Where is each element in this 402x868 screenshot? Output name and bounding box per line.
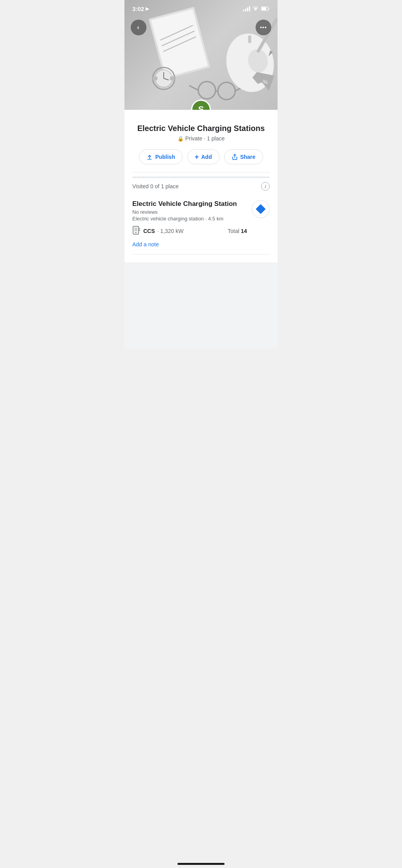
progress-track xyxy=(132,177,270,178)
place-row: Electric Vehicle Charging Station No rev… xyxy=(132,200,270,237)
battery-icon xyxy=(261,6,270,11)
charger-info: CCS · 1,320 kW xyxy=(132,226,183,237)
place-reviews: No reviews xyxy=(132,209,247,215)
publish-label: Publish xyxy=(155,154,175,160)
action-buttons: Publish + Add Share xyxy=(132,149,270,164)
status-bar: 3:02 ▶ xyxy=(124,0,278,17)
visited-row: Visited 0 of 1 place i xyxy=(132,182,270,191)
ev-charger-icon xyxy=(132,226,141,237)
list-title: Electric Vehicle Charging Stations xyxy=(132,124,270,133)
progress-section: Visited 0 of 1 place i xyxy=(132,172,270,191)
svg-rect-29 xyxy=(134,227,137,231)
place-info: Electric Vehicle Charging Station No rev… xyxy=(132,200,247,237)
publish-icon xyxy=(146,154,153,160)
lock-icon: 🔒 xyxy=(177,136,184,142)
map-button[interactable] xyxy=(252,200,270,218)
status-time: 3:02 ▶ xyxy=(132,5,149,12)
back-button[interactable]: ‹ xyxy=(131,20,146,35)
status-icons xyxy=(243,6,270,11)
svg-rect-24 xyxy=(261,7,266,10)
map-diamond-icon xyxy=(256,204,265,214)
avatar: S xyxy=(191,100,211,110)
publish-button[interactable]: Publish xyxy=(139,149,183,164)
total-count: 14 xyxy=(241,228,247,234)
svg-rect-10 xyxy=(170,76,175,80)
add-button[interactable]: + Add xyxy=(187,149,219,164)
wifi-icon xyxy=(252,6,259,11)
privacy-label: Private xyxy=(185,135,203,142)
place-name: Electric Vehicle Charging Station xyxy=(132,200,247,208)
svg-text:%: % xyxy=(263,78,268,85)
place-details: CCS · 1,320 kW Total 14 xyxy=(132,226,247,237)
share-icon xyxy=(232,154,238,160)
add-icon: + xyxy=(195,153,199,160)
place-type: Electric vehicle charging station · 4.5 … xyxy=(132,216,247,222)
total-section: Total 14 xyxy=(228,228,247,234)
svg-rect-18 xyxy=(248,35,251,43)
info-button[interactable]: i xyxy=(261,182,270,191)
hero-nav: ‹ ••• xyxy=(124,20,278,35)
svg-line-14 xyxy=(189,86,198,90)
charger-kw: · 1,320 kW xyxy=(157,228,184,234)
hero-image: % 3:02 ▶ xyxy=(124,0,278,110)
share-label: Share xyxy=(240,154,256,160)
place-count: 1 place xyxy=(207,135,225,142)
bottom-area xyxy=(124,262,278,349)
add-label: Add xyxy=(201,154,212,160)
add-note-link[interactable]: Add a note xyxy=(132,241,159,247)
svg-point-11 xyxy=(198,82,216,99)
visited-text: Visited 0 of 1 place xyxy=(132,183,179,189)
share-button[interactable]: Share xyxy=(224,149,263,164)
svg-point-12 xyxy=(218,82,235,100)
content-card: Electric Vehicle Charging Stations 🔒 Pri… xyxy=(124,110,278,262)
charger-type: CCS xyxy=(143,228,155,234)
place-card: Electric Vehicle Charging Station No rev… xyxy=(132,198,270,255)
svg-point-22 xyxy=(255,10,256,11)
signal-icon xyxy=(243,6,250,11)
svg-rect-9 xyxy=(153,76,157,80)
list-meta: 🔒 Private · 1 place xyxy=(132,135,270,142)
meta-dot: · xyxy=(204,135,205,142)
more-button[interactable]: ••• xyxy=(256,20,271,35)
avatar-wrapper: S xyxy=(191,100,211,110)
